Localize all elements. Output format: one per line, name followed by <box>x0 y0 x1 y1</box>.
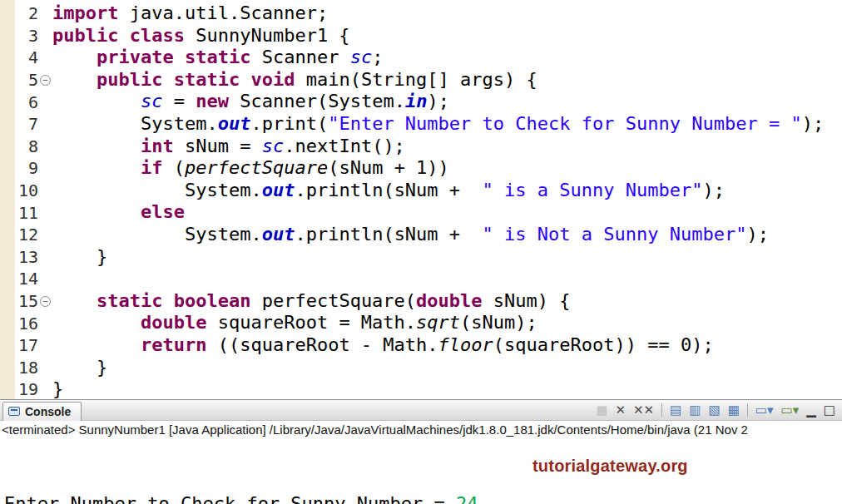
code-text[interactable]: System.out.println(sNum + " is a Sunny N… <box>52 180 725 202</box>
code-text[interactable]: int sNum = sc.nextInt(); <box>52 136 405 158</box>
code-token: floor <box>438 334 493 355</box>
line-number[interactable]: 13 <box>15 247 38 267</box>
code-token: main(String[] args) { <box>306 69 537 90</box>
code-token: " is a Sunny Number" <box>483 180 703 200</box>
minimize-icon[interactable]: ▁ <box>806 404 816 417</box>
fold-marker-icon[interactable]: − <box>38 296 52 307</box>
code-token: out <box>262 224 295 245</box>
code-text[interactable]: import java.util.Scanner; <box>52 2 328 25</box>
annotation-strip <box>0 0 15 399</box>
clear-console-icon[interactable]: ▤ <box>670 404 681 417</box>
code-token: ); <box>746 224 769 245</box>
code-text[interactable]: } <box>52 246 107 269</box>
code-token: (squareRoot)) == 0); <box>493 334 714 355</box>
code-token <box>52 69 97 90</box>
line-number[interactable]: 3 <box>15 26 38 46</box>
line-number[interactable]: 9 <box>15 158 38 178</box>
code-text[interactable]: public static void main(String[] args) { <box>52 69 537 91</box>
code-text[interactable]: if (perfectSquare(sNum + 1)) <box>52 157 449 180</box>
code-token: in <box>405 91 428 111</box>
line-number[interactable]: 15 <box>15 291 38 311</box>
code-text[interactable]: static boolean perfectSquare(double sNum… <box>52 290 571 313</box>
code-line[interactable]: 8 int sNum = sc.nextInt(); <box>15 136 842 158</box>
line-number[interactable]: 14 <box>15 269 38 289</box>
code-line[interactable]: 15− static boolean perfectSquare(double … <box>15 290 842 313</box>
code-token: return <box>141 334 218 355</box>
code-token: sc <box>262 136 285 156</box>
code-line[interactable]: 19} <box>15 378 842 399</box>
code-token: "Enter Number to Check for Sunny Number … <box>328 113 802 134</box>
code-editor[interactable]: 2import java.util.Scanner;3public class … <box>0 0 842 399</box>
code-text[interactable]: double squareRoot = Math.sqrt(sNum); <box>52 312 537 334</box>
code-line[interactable]: 18 } <box>15 357 842 379</box>
code-line[interactable]: 11 else <box>15 201 842 224</box>
code-token: sNum = <box>185 136 262 156</box>
code-token: (sNum); <box>460 312 537 333</box>
code-token <box>52 201 141 222</box>
code-line[interactable]: 4 private static Scanner sc; <box>15 47 842 69</box>
code-text[interactable]: } <box>52 378 63 399</box>
code-line[interactable]: 14 <box>15 268 842 290</box>
terminate-icon[interactable]: ■ <box>596 404 607 417</box>
code-text[interactable]: return ((squareRoot - Math.floor(squareR… <box>52 334 714 357</box>
line-number[interactable]: 4 <box>15 47 38 67</box>
word-wrap-icon[interactable]: ▧ <box>708 404 720 417</box>
console-output[interactable]: Enter Number to Check for Sunny Number =… <box>0 438 842 504</box>
open-console-icon[interactable]: ▭▾ <box>781 404 800 417</box>
code-token: (sNum + 1)) <box>328 157 449 178</box>
code-line[interactable]: 12 System.out.println(sNum + " is Not a … <box>15 224 842 246</box>
code-text[interactable]: System.out.print("Enter Number to Check … <box>52 113 824 136</box>
console-prompt-text: Enter Number to Check for Sunny Number = <box>4 493 456 504</box>
remove-launch-icon[interactable]: ✕ <box>615 404 626 417</box>
code-text[interactable]: private static Scanner sc; <box>52 47 383 69</box>
fold-marker-icon[interactable]: − <box>38 75 52 86</box>
watermark: tutorialgateway.org <box>532 457 688 476</box>
tab-console[interactable]: Console <box>2 402 82 421</box>
scroll-lock-icon[interactable]: ▥ <box>689 404 701 417</box>
line-number[interactable]: 19 <box>15 379 38 399</box>
collapse-icon[interactable]: − <box>40 75 51 86</box>
line-number[interactable]: 10 <box>15 180 38 200</box>
line-number[interactable]: 18 <box>15 358 38 378</box>
code-line[interactable]: 9 if (perfectSquare(sNum + 1)) <box>15 157 842 180</box>
code-token: new <box>196 91 240 111</box>
code-token <box>52 334 141 355</box>
code-line[interactable]: 6 sc = new Scanner(System.in); <box>15 91 842 113</box>
line-number[interactable]: 8 <box>15 136 38 156</box>
pin-console-icon[interactable]: ▦ <box>728 404 740 417</box>
code-line[interactable]: 17 return ((squareRoot - Math.floor(squa… <box>15 334 842 357</box>
display-selected-console-icon[interactable]: ▭▾ <box>755 404 774 417</box>
line-number[interactable]: 6 <box>15 92 38 112</box>
console-stdin-value: 24 <box>456 493 478 504</box>
collapse-icon[interactable]: − <box>40 296 51 307</box>
line-number[interactable]: 11 <box>15 203 38 223</box>
maximize-icon[interactable]: □ <box>824 404 835 417</box>
code-line[interactable]: 10 System.out.println(sNum + " is a Sunn… <box>15 180 842 202</box>
code-text[interactable]: public class SunnyNumber1 { <box>52 25 350 47</box>
code-line[interactable]: 2import java.util.Scanner; <box>15 2 842 25</box>
code-line[interactable]: 13 } <box>15 246 842 269</box>
code-token: } <box>52 357 107 378</box>
code-text[interactable]: } <box>52 357 107 379</box>
code-lines[interactable]: 2import java.util.Scanner;3public class … <box>15 0 842 399</box>
code-token: public static void <box>97 69 306 90</box>
code-text[interactable]: else <box>52 201 185 224</box>
line-number[interactable]: 17 <box>15 335 38 355</box>
code-line[interactable]: 16 double squareRoot = Math.sqrt(sNum); <box>15 312 842 334</box>
remove-all-terminated-icon[interactable]: ✕✕ <box>633 404 654 417</box>
console-tab-label: Console <box>25 405 71 418</box>
code-token: static boolean <box>97 290 262 311</box>
code-token: ; <box>372 47 383 67</box>
code-line[interactable]: 7 System.out.print("Enter Number to Chec… <box>15 113 842 136</box>
line-number[interactable]: 16 <box>15 314 38 334</box>
code-line[interactable]: 3public class SunnyNumber1 { <box>15 25 842 47</box>
code-text[interactable]: System.out.println(sNum + " is Not a Sun… <box>52 224 769 246</box>
code-line[interactable]: 5− public static void main(String[] args… <box>15 69 842 91</box>
console-status-line: <terminated> SunnyNumber1 [Java Applicat… <box>0 421 842 438</box>
line-number[interactable]: 7 <box>15 114 38 134</box>
code-text[interactable]: sc = new Scanner(System.in); <box>52 91 449 113</box>
code-token: if <box>141 157 174 178</box>
line-number[interactable]: 5 <box>15 70 38 90</box>
line-number[interactable]: 2 <box>15 3 38 23</box>
line-number[interactable]: 12 <box>15 225 38 245</box>
